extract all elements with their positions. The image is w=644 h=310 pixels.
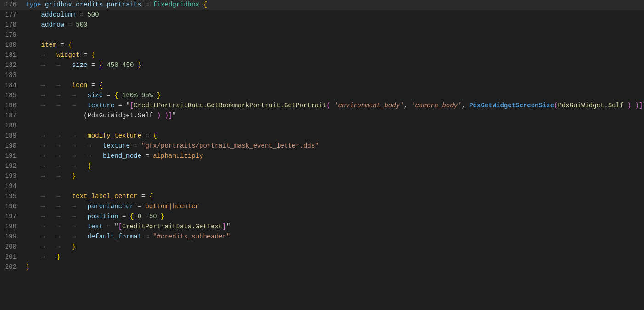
token-brace: { <box>114 92 118 99</box>
token-punct: = <box>76 11 87 18</box>
token-brace: } <box>72 243 76 250</box>
token-number: 95% <box>141 92 153 99</box>
token-punct: " <box>172 112 176 119</box>
token-prop-orange: modify_texture <box>87 132 141 139</box>
token-punct <box>623 102 627 109</box>
line-content: → → → text = "[CreditPortraitData.GetTex… <box>24 222 644 232</box>
line-number: 199 <box>0 232 24 242</box>
line-content: addcolumn = 500 <box>24 10 644 20</box>
code-line: 201 → } <box>0 252 644 262</box>
token-punct <box>330 102 334 109</box>
token-brace: } <box>26 263 29 271</box>
line-number: 188 <box>0 121 24 131</box>
line-content: → widget = { <box>24 50 644 60</box>
line-number: 183 <box>0 71 24 80</box>
line-content: type gridbox_credits_portraits = fixedgr… <box>24 0 644 10</box>
code-line: 200 → → } <box>0 242 644 252</box>
line-number: 179 <box>0 30 24 40</box>
token-punct: = <box>56 41 68 49</box>
token-property: position <box>87 213 118 220</box>
token-brace: } <box>161 213 164 220</box>
token-property: addcolumn <box>41 11 76 18</box>
token-punct: = <box>118 213 130 220</box>
code-line: 181 → widget = { <box>0 50 644 61</box>
line-number: 182 <box>0 61 24 70</box>
token-arrow: → <box>26 253 56 260</box>
token-number: 0 <box>138 213 141 220</box>
token-arrow: → → → <box>26 132 87 139</box>
code-line: 192 → → → } <box>0 161 644 172</box>
code-line: 180 item = { <box>0 40 644 50</box>
line-number: 184 <box>0 81 24 90</box>
line-number: 185 <box>0 91 24 100</box>
token-punct: = <box>134 203 145 210</box>
token-punct: = <box>87 61 99 69</box>
line-number: 197 <box>0 212 24 221</box>
token-identifier: gridbox_credits_portraits <box>45 1 141 8</box>
token-punct <box>26 11 41 18</box>
token-number: 500 <box>87 11 99 18</box>
token-prop-orange: icon <box>72 82 88 89</box>
code-line: 190 → → → → texture = "gfx/portraits/por… <box>0 141 644 151</box>
token-punct: = " <box>114 102 130 109</box>
token-punct: = <box>103 92 114 99</box>
token-func: CreditPortraitData.GetBookmarkPortrait.G… <box>134 102 326 109</box>
token-kw-type: type <box>26 1 45 8</box>
token-prop-orange: item <box>41 41 57 49</box>
line-number: 190 <box>0 141 24 151</box>
token-paren: ) <box>164 112 168 119</box>
line-content: → → } <box>24 172 644 181</box>
token-punct: " <box>226 223 230 230</box>
token-arrow: → → <box>26 243 72 250</box>
token-punct <box>631 102 635 109</box>
line-number: 180 <box>0 40 24 50</box>
line-number: 178 <box>0 20 24 30</box>
token-brace: } <box>56 253 60 260</box>
code-line: 179 <box>0 30 644 40</box>
line-number: 195 <box>0 192 24 201</box>
code-line: 196 → → → parentanchor = bottom|hcenter <box>0 202 644 212</box>
token-brace: { <box>149 193 153 200</box>
token-brace: { <box>153 132 157 139</box>
token-arrow: → → → <box>26 203 87 210</box>
code-line: 187 (PdxGuiWidget.Self ) )]" <box>0 111 644 121</box>
code-line: 185 → → → size = { 100% 95% } <box>0 91 644 101</box>
code-line: 195 → → text_label_center = { <box>0 192 644 202</box>
code-line: 198 → → → text = "[CreditPortraitData.Ge… <box>0 222 644 232</box>
line-number: 186 <box>0 101 24 111</box>
token-punct <box>118 92 122 99</box>
token-number: 450 <box>106 61 118 69</box>
line-content: } <box>24 262 644 272</box>
code-line: 194 <box>0 182 644 192</box>
code-line: 189 → → → modify_texture = { <box>0 131 644 141</box>
code-line: 184 → → icon = { <box>0 81 644 91</box>
token-punct: , <box>403 102 411 109</box>
token-type-name: fixedgridbox <box>153 1 199 8</box>
token-punct: = <box>141 132 153 139</box>
token-arrow: → → → <box>26 213 87 220</box>
line-content: → → size = { 450 450 } <box>24 61 644 70</box>
token-bracket: [ <box>130 102 134 109</box>
code-line: 191 → → → → blend_mode = alphamultiply <box>0 151 644 161</box>
line-content: → → text_label_center = { <box>24 192 644 201</box>
token-number: 450 <box>122 61 134 69</box>
token-value-orange: alphamultiply <box>153 152 203 160</box>
token-brace: } <box>157 92 161 99</box>
line-number: 201 <box>0 252 24 262</box>
code-line: 182 → → size = { 450 450 } <box>0 61 644 71</box>
token-punct <box>26 21 41 28</box>
token-brace: { <box>99 82 103 89</box>
line-content: → → → position = { 0 -50 } <box>24 212 644 221</box>
line-content: → → → default_format = "#credits_subhead… <box>24 232 644 242</box>
token-brace: { <box>203 1 207 8</box>
token-punct <box>134 213 137 220</box>
line-content: → → → modify_texture = { <box>24 131 644 141</box>
line-content: → → icon = { <box>24 81 644 90</box>
token-number: 500 <box>76 21 87 28</box>
line-number: 200 <box>0 242 24 252</box>
token-paren: ( <box>326 102 330 109</box>
token-arrow: → → → <box>26 92 87 99</box>
code-editor: 176type gridbox_credits_portraits = fixe… <box>0 0 644 272</box>
token-punct <box>199 1 203 8</box>
line-number: 196 <box>0 202 24 211</box>
